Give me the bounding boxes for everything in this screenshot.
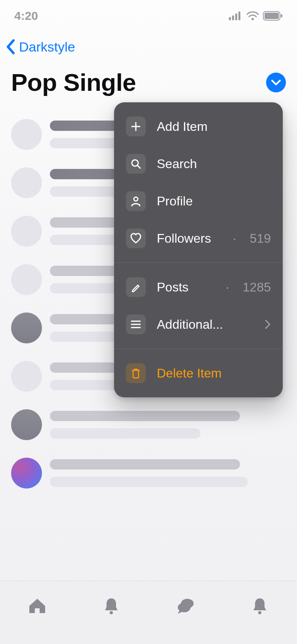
menu-item-delete[interactable]: Delete Item — [114, 355, 283, 392]
separator: · — [222, 280, 229, 295]
menu-item-label: Delete Item — [157, 366, 271, 381]
menu-item-label: Search — [157, 157, 271, 171]
trash-icon — [126, 363, 146, 383]
chevron-left-icon — [6, 39, 16, 55]
menu-item-search[interactable]: Search — [114, 145, 283, 182]
svg-point-10 — [110, 611, 113, 614]
avatar — [11, 167, 42, 198]
posts-count: 1285 — [240, 280, 271, 295]
svg-rect-6 — [265, 13, 279, 19]
avatar — [11, 216, 42, 247]
menu-item-label: Additional... — [157, 317, 253, 332]
home-icon — [28, 597, 47, 615]
menu-item-followers[interactable]: Followers · 519 — [114, 220, 283, 257]
svg-rect-2 — [235, 13, 237, 20]
list-item — [11, 409, 286, 440]
plus-icon — [126, 117, 146, 136]
avatar — [11, 361, 42, 392]
heart-icon — [126, 228, 146, 248]
status-bar: 4:20 — [0, 0, 297, 32]
avatar — [11, 312, 42, 343]
menu-item-label: Add Item — [157, 119, 271, 134]
svg-point-4 — [251, 18, 254, 20]
bell-icon — [103, 597, 119, 615]
followers-count: 519 — [248, 231, 271, 246]
title-row: Pop Single — [11, 68, 286, 96]
svg-rect-7 — [281, 14, 282, 17]
back-label: Darkstyle — [19, 39, 75, 55]
battery-icon — [263, 11, 283, 21]
menu-item-label: Followers — [157, 231, 218, 246]
dropdown-toggle-button[interactable] — [266, 73, 286, 92]
chevron-down-icon — [271, 79, 281, 86]
avatar — [11, 119, 42, 150]
svg-rect-3 — [238, 12, 240, 20]
page-title: Pop Single — [11, 68, 136, 96]
separator: · — [229, 231, 236, 246]
avatar — [11, 409, 42, 440]
status-time: 4:20 — [14, 9, 38, 23]
cellular-icon — [229, 12, 242, 20]
user-icon — [126, 191, 146, 211]
avatar — [11, 264, 42, 295]
list-item — [11, 458, 286, 489]
avatar — [11, 458, 42, 489]
menu-item-label: Profile — [157, 194, 271, 209]
menu-item-additional[interactable]: Additional... — [114, 306, 283, 343]
tab-notifications[interactable] — [74, 581, 149, 631]
svg-rect-0 — [229, 17, 231, 20]
menu-lines-icon — [126, 314, 146, 334]
chevron-right-icon — [265, 319, 271, 330]
wifi-icon — [246, 11, 259, 21]
dropdown-menu: Add Item Search Profile Followers · 519 — [114, 102, 283, 397]
menu-item-add[interactable]: Add Item — [114, 108, 283, 145]
svg-point-9 — [134, 197, 138, 201]
pencil-icon — [126, 277, 146, 297]
chat-icon — [176, 597, 195, 615]
tab-messages[interactable] — [148, 581, 223, 631]
svg-rect-1 — [232, 15, 234, 20]
svg-point-13 — [258, 611, 261, 614]
tab-alerts[interactable] — [223, 581, 297, 631]
back-button[interactable]: Darkstyle — [6, 39, 75, 55]
tab-bar — [0, 581, 297, 644]
status-indicators — [229, 11, 283, 21]
search-icon — [126, 154, 146, 174]
bell-icon — [252, 597, 268, 615]
menu-item-label: Posts — [157, 280, 211, 295]
menu-item-posts[interactable]: Posts · 1285 — [114, 268, 283, 306]
tab-home[interactable] — [0, 581, 74, 631]
menu-item-profile[interactable]: Profile — [114, 182, 283, 220]
